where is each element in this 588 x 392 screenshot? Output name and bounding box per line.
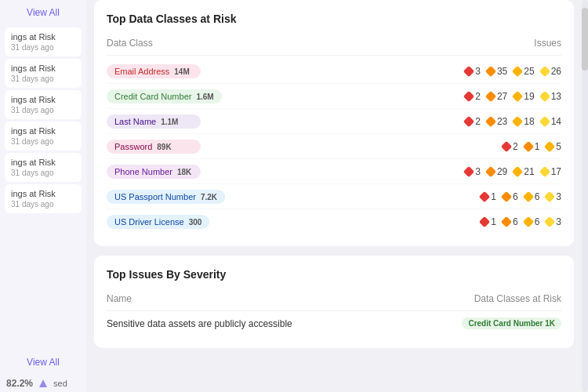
col-issues: Issues (534, 38, 561, 49)
high-count: 23 (497, 116, 507, 127)
high-icon (485, 165, 496, 176)
issue-group-medium: 6 (524, 191, 540, 202)
issues-table-row[interactable]: Sensitive data assets are publicly acces… (107, 311, 561, 336)
high-count: 6 (513, 216, 518, 227)
sidebar-item-date-5: 31 days ago (11, 200, 75, 209)
critical-icon (479, 191, 490, 201)
class-count: 300 (189, 218, 202, 227)
table-row[interactable]: US Driver License 300 1 6 6 3 (107, 209, 561, 234)
sidebar-item-label-3: ings at Risk (11, 126, 75, 136)
sidebar-pct: 82.2% (6, 378, 33, 389)
high-count: 6 (513, 191, 518, 202)
medium-count: 19 (524, 91, 534, 102)
sidebar-item-2[interactable]: ings at Risk 31 days ago (5, 90, 82, 119)
issues-section: 2 1 5 (503, 141, 561, 152)
view-all-top[interactable]: View All (0, 0, 86, 25)
low-icon (539, 165, 550, 176)
high-count: 29 (497, 166, 507, 177)
issue-group-low: 17 (541, 166, 561, 177)
issues-section: 1 6 6 3 (481, 216, 561, 227)
sidebar-item-label-1: ings at Risk (11, 64, 75, 73)
issue-group-medium: 6 (524, 216, 540, 227)
table-row[interactable]: Credit Card Number 1.6M 2 27 19 13 (107, 84, 561, 109)
high-icon (485, 90, 496, 101)
medium-count: 21 (524, 166, 534, 177)
class-badge-wrapper: Last Name 1.1M (107, 114, 263, 129)
sidebar-bottom-row: 82.2% sed (0, 375, 86, 392)
medium-count: 6 (535, 191, 540, 202)
class-name: Last Name (114, 117, 156, 126)
issues-row-left: Sensitive data assets are publicly acces… (107, 318, 462, 329)
sidebar-item-label-0: ings at Risk (11, 32, 75, 42)
critical-icon (463, 115, 474, 126)
class-name: Password (114, 142, 152, 151)
data-class-rows: Email Address 14M 3 35 25 26 Credit Card… (107, 59, 561, 234)
table-row[interactable]: Phone Number 18K 3 29 21 17 (107, 159, 561, 184)
table-row[interactable]: Password 89K 2 1 5 (107, 134, 561, 159)
critical-icon (463, 65, 474, 76)
issue-group-high: 1 (524, 141, 540, 152)
critical-count: 3 (475, 166, 481, 177)
sidebar-item-date-3: 31 days ago (11, 137, 75, 146)
view-all-bottom-link[interactable]: View All (27, 357, 60, 368)
issue-group-medium: 19 (514, 91, 534, 102)
class-count: 1.1M (161, 118, 178, 126)
class-badge: Phone Number 18K (107, 165, 201, 179)
sidebar-item-4[interactable]: ings at Risk 31 days ago (5, 153, 82, 182)
sidebar-item-0[interactable]: ings at Risk 31 days ago (5, 27, 82, 56)
issue-group-medium: 21 (514, 166, 534, 177)
high-icon (501, 216, 512, 227)
issue-group-critical: 2 (465, 116, 481, 127)
scrollbar-track[interactable] (582, 0, 588, 392)
scrollbar-thumb[interactable] (582, 8, 588, 71)
medium-icon (512, 115, 523, 126)
class-count: 14M (174, 67, 189, 76)
table-row[interactable]: Last Name 1.1M 2 23 18 14 (107, 109, 561, 134)
table-row[interactable]: Email Address 14M 3 35 25 26 (107, 59, 561, 84)
medium-icon (512, 165, 523, 176)
class-badge-wrapper: US Passport Number 7.2K (107, 189, 263, 204)
critical-icon (479, 216, 490, 227)
issues-section: 2 23 18 14 (465, 116, 561, 127)
view-all-top-link[interactable]: View All (27, 7, 60, 18)
sidebar-item-1[interactable]: ings at Risk 31 days ago (5, 59, 82, 88)
class-name: Phone Number (114, 167, 172, 176)
high-icon (485, 65, 496, 76)
issue-group-critical: 3 (465, 166, 481, 177)
low-count: 3 (556, 191, 561, 202)
class-count: 7.2K (201, 193, 217, 201)
high-icon (501, 191, 512, 201)
medium-icon (544, 140, 555, 151)
issues-section: 2 27 19 13 (465, 91, 561, 102)
issue-group-medium: 25 (514, 66, 534, 77)
high-icon (485, 115, 496, 126)
issue-group-low: 13 (541, 91, 561, 102)
sidebar-item-label-5: ings at Risk (11, 189, 75, 198)
issues-section: 3 29 21 17 (465, 166, 561, 177)
col-data-class: Data Class (107, 38, 153, 49)
class-badge: US Passport Number 7.2K (107, 190, 225, 204)
sidebar-item-3[interactable]: ings at Risk 31 days ago (5, 122, 82, 151)
issues-section: 1 6 6 3 (481, 191, 561, 202)
critical-icon (463, 165, 474, 176)
issues-table-header: Name Data Classes at Risk (107, 290, 561, 311)
issue-group-high: 27 (487, 91, 507, 102)
critical-count: 2 (513, 141, 518, 152)
issue-group-high: 35 (487, 66, 507, 77)
low-count: 14 (551, 116, 561, 127)
high-count: 1 (535, 141, 540, 152)
issue-group-critical: 1 (481, 191, 496, 202)
view-all-bottom[interactable]: View All (0, 348, 86, 375)
table-row[interactable]: US Passport Number 7.2K 1 6 6 3 (107, 184, 561, 209)
top-data-classes-title: Top Data Classes at Risk (107, 13, 561, 25)
main-content: Top Data Classes at Risk Data Class Issu… (86, 0, 582, 392)
low-icon (544, 191, 555, 201)
issue-group-high: 6 (503, 191, 518, 202)
low-count: 3 (556, 216, 561, 227)
medium-count: 18 (524, 116, 534, 127)
sidebar-item-5[interactable]: ings at Risk 31 days ago (5, 184, 82, 213)
sidebar-bottom-label: sed (53, 379, 67, 388)
issue-group-medium: 5 (546, 141, 561, 152)
high-count: 35 (497, 66, 507, 77)
low-icon (539, 90, 550, 101)
